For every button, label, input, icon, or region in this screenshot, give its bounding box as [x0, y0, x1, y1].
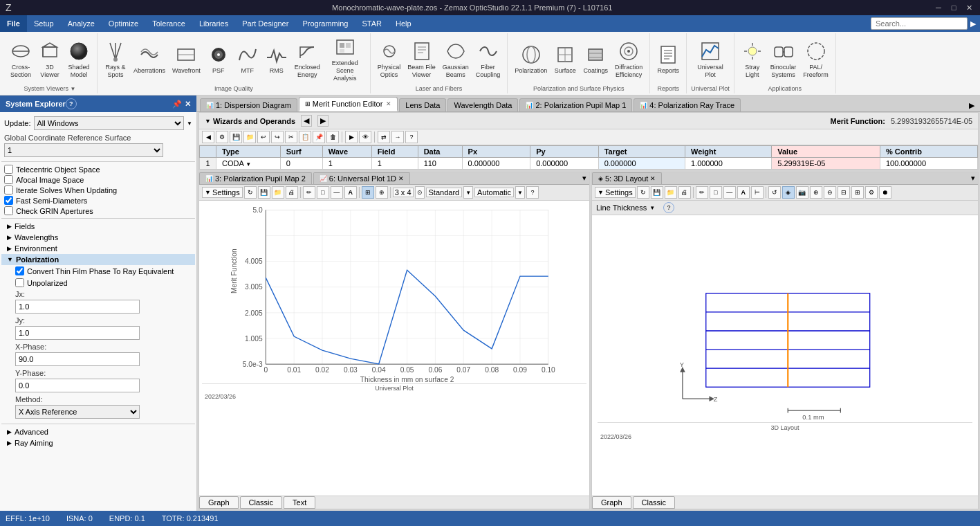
tab-pol-pupil-3[interactable]: 📊 3: Polarization Pupil Map 2 [199, 172, 312, 184]
wizards-toggle[interactable]: ▼ Wizards and Operands [205, 117, 295, 125]
layout-btn-square[interactable]: □ [710, 186, 722, 199]
bl-btn-text[interactable]: A [344, 186, 357, 199]
minimize-button[interactable]: ─ [933, 2, 944, 13]
bottom-left-more[interactable]: ▾ [580, 172, 589, 184]
layout-btn-open[interactable]: 📁 [665, 186, 677, 199]
layout-btn-pencil[interactable]: ✏ [696, 186, 708, 199]
bottom-right-more[interactable]: ▾ [968, 172, 978, 184]
line-thickness-arrow[interactable]: ▼ [649, 205, 655, 211]
psf-button[interactable]: PSF [205, 35, 232, 84]
reports-button[interactable]: Reports [654, 35, 682, 84]
3d-viewer-button[interactable]: 3DViewer [36, 35, 64, 84]
iterate-checkbox[interactable] [4, 185, 13, 194]
wavefront-button[interactable]: Wavefront [169, 35, 203, 84]
layout-btn-settings2[interactable]: ⚙ [865, 186, 878, 199]
classic-tab-button[interactable]: Classic [240, 496, 282, 509]
layout-btn-grid-view[interactable]: ⊞ [851, 186, 864, 199]
mf-btn-redo[interactable]: ↪ [271, 131, 284, 143]
layout-btn-zoom-in[interactable]: ⊕ [810, 186, 822, 199]
menu-file[interactable]: File [0, 15, 27, 32]
menu-tolerance[interactable]: Tolerance [145, 15, 192, 32]
menu-help[interactable]: Help [389, 15, 418, 32]
layout-btn-zoom-out[interactable]: ⊖ [824, 186, 836, 199]
tab-dispersion[interactable]: 📊 1: Dispersion Diagram [200, 98, 297, 111]
tab-pol-ray-trace[interactable]: 📊 4: Polarization Ray Trace [634, 98, 741, 111]
physical-optics-button[interactable]: PhysicalOptics [375, 35, 404, 84]
mf-btn-paste[interactable]: 📌 [313, 131, 325, 143]
x-phase-input[interactable]: 90.0 [15, 352, 140, 366]
mf-btn-undo[interactable]: ↩ [257, 131, 270, 143]
tabs-more-icon[interactable]: ▶ [966, 100, 977, 111]
tree-fields[interactable]: ▶ Fields [1, 221, 195, 232]
mf-btn-arrows[interactable]: ⇄ [378, 131, 390, 143]
layout-graph-tab[interactable]: Graph [592, 496, 631, 509]
menu-part-designer[interactable]: Part Designer [235, 15, 295, 32]
aberrations-button[interactable]: Aberrations [131, 35, 168, 84]
tab-pol-pupil-map-1[interactable]: 📊 2: Polarization Pupil Map 1 [519, 98, 632, 111]
menu-setup[interactable]: Setup [27, 15, 61, 32]
close-button[interactable]: ✕ [963, 2, 974, 13]
text-tab-button[interactable]: Text [284, 496, 315, 509]
menu-libraries[interactable]: Libraries [192, 15, 235, 32]
update-select[interactable]: All Windows [34, 116, 185, 130]
diffraction-efficiency-button[interactable]: DiffractionEfficiency [612, 35, 645, 84]
bl-standard-arrow[interactable]: ▼ [463, 186, 473, 199]
layout-btn-line[interactable]: — [723, 186, 736, 199]
tree-advanced[interactable]: ▶ Advanced [1, 426, 195, 437]
tab-wavelength-data[interactable]: Wavelength Data [447, 98, 518, 111]
layout-btn-3d-cam[interactable]: 📷 [796, 186, 808, 199]
bl-btn-grid-active[interactable]: ⊞ [362, 186, 374, 199]
tree-polarization[interactable]: ▼ Polarization [1, 254, 195, 265]
mf-btn-open[interactable]: 📁 [243, 131, 256, 143]
bl-automatic-arrow[interactable]: ▼ [515, 186, 525, 199]
mf-btn-save[interactable]: 💾 [230, 131, 242, 143]
layout-btn-print[interactable]: 🖨 [678, 186, 691, 199]
surface-button[interactable]: Surface [551, 35, 579, 84]
gaussian-beams-button[interactable]: GaussianBeams [440, 35, 472, 84]
coatings-button[interactable]: Coatings [580, 35, 611, 84]
tree-environment[interactable]: ▶ Environment [1, 243, 195, 254]
stray-light-button[interactable]: StrayLight [739, 35, 766, 84]
method-select[interactable]: X Axis Reference [15, 405, 140, 419]
rms-button[interactable]: RMS [263, 35, 290, 84]
layout-3d-close[interactable]: ✕ [650, 175, 656, 182]
layout-btn-3d-view[interactable]: ◈ [782, 186, 795, 199]
layout-btn-text[interactable]: A [737, 186, 750, 199]
fast-semi-checkbox[interactable] [4, 196, 13, 205]
bl-btn-zoom[interactable]: ⊕ [376, 186, 388, 199]
tab-universal-1d[interactable]: 📈 6: Universal Plot 1D ✕ [313, 172, 410, 184]
y-phase-input[interactable]: 0.0 [15, 379, 140, 392]
universal-plot-button[interactable]: UniversalPlot [694, 35, 726, 84]
bl-btn-save[interactable]: 💾 [258, 186, 270, 199]
enclosed-energy-button[interactable]: EnclosedEnergy [292, 35, 323, 84]
tab-lens-data[interactable]: Lens Data [399, 98, 446, 111]
shaded-model-button[interactable]: ShadedModel [65, 35, 93, 84]
bl-help[interactable]: ? [526, 186, 539, 199]
mf-btn-back[interactable]: ◀ [202, 131, 214, 143]
settings-toggle[interactable]: ▼ Settings [202, 187, 243, 198]
tab-layout-3d[interactable]: ◈ 5: 3D Layout ✕ [592, 172, 662, 184]
binocular-systems-button[interactable]: BinocularSystems [768, 35, 799, 84]
layout-classic-tab[interactable]: Classic [633, 496, 675, 509]
layout-btn-hrule[interactable]: ⊢ [751, 186, 764, 199]
sidebar-pin-icon[interactable]: 📌 [172, 100, 182, 109]
mf-btn-delete[interactable]: 🗑 [326, 131, 339, 143]
extended-scene-button[interactable]: Extended SceneAnalysis [324, 35, 366, 84]
search-input[interactable] [871, 17, 968, 30]
bl-btn-pencil[interactable]: ✏ [303, 186, 315, 199]
thin-film-checkbox[interactable] [15, 266, 24, 275]
mf-btn-eye[interactable]: 👁 [359, 131, 371, 143]
layout-btn-save[interactable]: 💾 [651, 186, 663, 199]
merit-tab-close[interactable]: ✕ [386, 100, 391, 107]
global-coord-select[interactable]: 1 [4, 143, 163, 157]
menu-optimize[interactable]: Optimize [102, 15, 145, 32]
wizards-prev-icon[interactable]: ◀ [301, 115, 312, 127]
cross-section-button[interactable]: Cross-Section [7, 35, 35, 84]
menu-analyze[interactable]: Analyze [61, 15, 102, 32]
bl-btn-print[interactable]: 🖨 [286, 186, 298, 199]
wizards-next-icon[interactable]: ▶ [317, 115, 329, 127]
tree-ray-aiming[interactable]: ▶ Ray Aiming [1, 437, 195, 448]
graph-tab-button[interactable]: Graph [199, 496, 239, 509]
table-row[interactable]: 1 CODA ▼ 0 1 1 110 0.000000 0.000000 0. [200, 158, 978, 170]
sidebar-help[interactable]: ? [66, 98, 77, 109]
